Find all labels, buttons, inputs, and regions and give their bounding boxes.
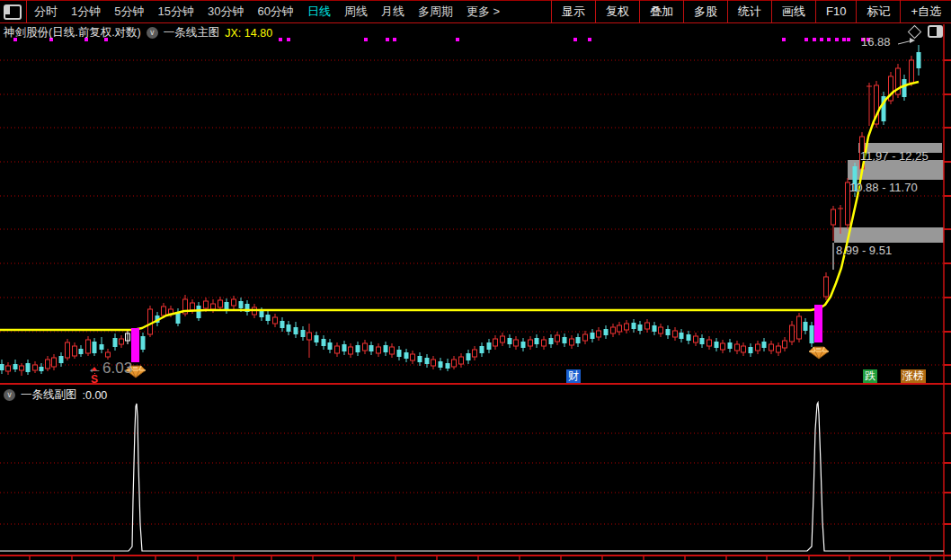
period-item-分时[interactable]: 分时 xyxy=(34,4,58,20)
corner-icons xyxy=(910,25,943,38)
period-item-多周期[interactable]: 多周期 xyxy=(418,4,453,20)
trading-app-window: 分时1分钟5分钟15分钟30分钟60分钟日线周线月线多周期更多 > 显示复权叠加… xyxy=(0,0,951,560)
action-button-叠加[interactable]: 叠加 xyxy=(639,0,683,23)
chart-tag-跌[interactable]: 跌 xyxy=(863,369,877,383)
period-item-更多 >[interactable]: 更多 > xyxy=(467,4,500,20)
period-item-15分钟[interactable]: 15分钟 xyxy=(157,4,193,20)
period-menu: 分时1分钟5分钟15分钟30分钟60分钟日线周线月线多周期更多 > xyxy=(34,4,500,20)
indicator-value: JX: 14.80 xyxy=(225,27,272,40)
action-button-F10[interactable]: F10 xyxy=(815,0,856,23)
toolbar-divider xyxy=(26,0,27,23)
action-button-画线[interactable]: 画线 xyxy=(771,0,815,23)
gap-band-label-0: 11.97 - 12.25 xyxy=(860,149,929,163)
sub-chart-title: ∨ 一条线副图 :0.00 xyxy=(4,387,107,403)
sell-marker-letter: S xyxy=(91,373,98,386)
diamond-marker-icon[interactable] xyxy=(908,24,922,39)
chart-tag-财[interactable]: 财 xyxy=(566,369,581,383)
action-button-标记[interactable]: 标记 xyxy=(856,0,900,23)
period-item-周线[interactable]: 周线 xyxy=(344,4,368,20)
period-item-日线[interactable]: 日线 xyxy=(307,4,331,20)
action-menu: 显示复权叠加多股统计画线F10标记+自选 xyxy=(551,0,951,23)
panel-toggle-icon[interactable] xyxy=(928,25,943,38)
action-button-统计[interactable]: 统计 xyxy=(727,0,771,23)
period-item-60分钟[interactable]: 60分钟 xyxy=(257,4,293,20)
stock-title: 神剑股份(日线.前复权.对数) xyxy=(4,25,141,40)
sub-indicator-value: :0.00 xyxy=(83,389,108,402)
action-button-+自选[interactable]: +自选 xyxy=(900,0,951,23)
peak-price-label: 16.88 xyxy=(861,35,891,49)
sub-collapse-chevron-icon[interactable]: ∨ xyxy=(4,389,15,401)
indicator-name: 一条线主图 xyxy=(164,25,220,40)
period-item-1分钟[interactable]: 1分钟 xyxy=(71,4,101,20)
sell-signal-marker: S xyxy=(89,367,100,384)
action-button-显示[interactable]: 显示 xyxy=(551,0,595,23)
window-layout-icon[interactable] xyxy=(4,4,22,20)
collapse-chevron-icon[interactable]: ∨ xyxy=(147,27,158,39)
period-item-月线[interactable]: 月线 xyxy=(381,4,404,20)
period-item-5分钟[interactable]: 5分钟 xyxy=(114,4,144,20)
gap-band-label-2: 8.99 - 9.51 xyxy=(836,244,892,257)
action-button-复权[interactable]: 复权 xyxy=(595,0,639,23)
toolbar: 分时1分钟5分钟15分钟30分钟60分钟日线周线月线多周期更多 > 显示复权叠加… xyxy=(0,0,951,23)
action-button-多股[interactable]: 多股 xyxy=(683,0,727,23)
chart-canvas[interactable] xyxy=(0,24,951,560)
sub-indicator-name: 一条线副图 xyxy=(21,387,77,403)
main-chart-title: 神剑股份(日线.前复权.对数) ∨ 一条线主图 JX: 14.80 xyxy=(4,25,272,40)
chart-tag-涨榜[interactable]: 涨榜 xyxy=(901,369,926,383)
period-item-30分钟[interactable]: 30分钟 xyxy=(208,4,244,20)
gap-band-label-1: 10.88 - 11.70 xyxy=(849,181,918,194)
